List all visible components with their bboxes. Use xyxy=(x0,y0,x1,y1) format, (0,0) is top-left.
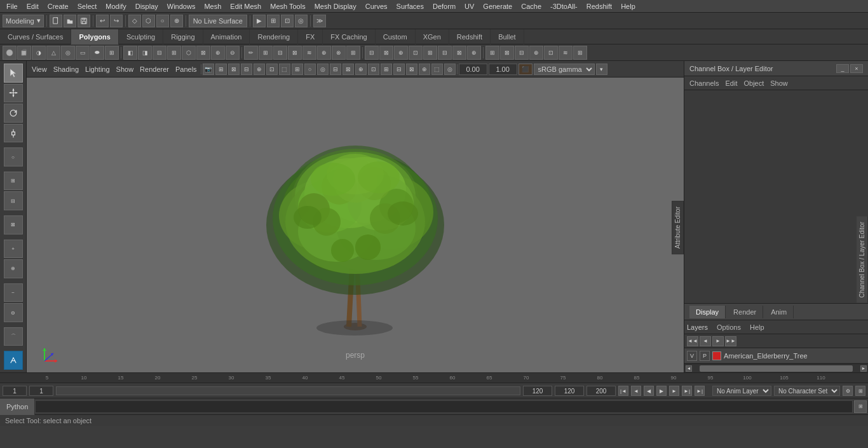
display-btn3[interactable]: ⊟ xyxy=(515,46,529,60)
sew-btn[interactable]: ⊕ xyxy=(467,46,481,60)
vp-b10[interactable]: ⊡ xyxy=(368,64,379,75)
menu-help[interactable]: Help xyxy=(617,1,639,11)
vp-show-menu[interactable]: Show xyxy=(114,63,137,76)
rotate-tool-btn[interactable] xyxy=(4,104,23,123)
menu-mesh-display[interactable]: Mesh Display xyxy=(311,1,360,11)
save-btn[interactable] xyxy=(78,15,90,27)
vp-b9[interactable]: ⊕ xyxy=(355,64,367,75)
menu-3dtall[interactable]: -3DtoAll- xyxy=(546,1,581,11)
soft-select-btn[interactable]: ○ xyxy=(4,147,23,166)
layer-forward-btn[interactable]: ►► xyxy=(725,336,736,346)
play-back-btn[interactable]: ◀ xyxy=(644,386,654,396)
layer-back-btn[interactable]: ◄◄ xyxy=(687,336,698,346)
layer-color-indicator[interactable] xyxy=(712,351,721,360)
cone-btn[interactable]: △ xyxy=(46,46,60,60)
pen-btn[interactable]: ✏ xyxy=(244,46,258,60)
plane-btn[interactable]: ▭ xyxy=(76,46,90,60)
display-btn1[interactable]: ⊞ xyxy=(485,46,499,60)
menu-windows[interactable]: Windows xyxy=(163,1,200,11)
layer-next-btn[interactable]: ► xyxy=(712,336,724,346)
paint-btn[interactable]: ○ xyxy=(156,15,169,27)
gamma-select[interactable]: sRGB gamma xyxy=(534,64,595,75)
snap-to-curve-btn[interactable]: ⊟ xyxy=(4,191,23,210)
append-btn[interactable]: ⊞ xyxy=(259,46,273,60)
cut-btn[interactable]: ⊠ xyxy=(288,46,302,60)
sphere-btn[interactable] xyxy=(3,46,17,60)
tab-rendering[interactable]: Rendering xyxy=(250,29,298,44)
scroll-thumb[interactable] xyxy=(700,365,853,372)
scroll-left-btn[interactable]: ◄ xyxy=(686,365,692,372)
target-weld-btn[interactable]: ⊗ xyxy=(332,46,346,60)
vp-b12[interactable]: ⊟ xyxy=(393,64,405,75)
scale-tool-btn[interactable] xyxy=(4,124,23,143)
python-tab[interactable]: Python xyxy=(0,398,35,415)
minus-btn[interactable]: − xyxy=(4,283,23,302)
select-btn[interactable]: ◇ xyxy=(128,15,141,27)
plus-btn[interactable]: + xyxy=(4,240,23,259)
connect-btn[interactable]: ⊕ xyxy=(317,46,331,60)
playback-end-input[interactable] xyxy=(587,386,616,396)
layer-v-btn[interactable]: V xyxy=(687,351,697,361)
plus2-btn[interactable]: ⊕ xyxy=(4,259,23,278)
vp-view-menu[interactable]: View xyxy=(29,63,50,76)
select-tool-btn[interactable] xyxy=(4,64,23,83)
snap-to-grid-btn[interactable]: ⊞ xyxy=(4,172,23,191)
ipr-btn[interactable]: ⊡ xyxy=(281,15,294,27)
layer-p-btn[interactable]: P xyxy=(700,351,710,361)
play-btn[interactable]: ▶ xyxy=(656,386,667,396)
vp-cam2-btn[interactable]: ⊞ xyxy=(215,64,227,75)
vp-lighting-menu[interactable]: Lighting xyxy=(83,63,112,76)
snap-btn[interactable]: ⊕ xyxy=(170,15,183,27)
tab-render[interactable]: Render xyxy=(727,306,763,318)
move-tool-btn[interactable] xyxy=(4,84,23,103)
menu-edit-mesh[interactable]: Edit Mesh xyxy=(226,1,265,11)
transform-btn[interactable]: ⊠ xyxy=(4,215,23,234)
end-frame-input[interactable] xyxy=(523,386,552,396)
tab-polygons[interactable]: Polygons xyxy=(71,29,119,44)
menu-edit[interactable]: Edit xyxy=(23,1,43,11)
disk-btn[interactable]: ⬬ xyxy=(90,46,104,60)
cut-uv-btn[interactable]: ⊠ xyxy=(452,46,466,60)
redo-btn[interactable]: ↪ xyxy=(110,15,123,27)
tab-xgen[interactable]: XGen xyxy=(416,29,449,44)
cube-btn[interactable] xyxy=(17,46,31,60)
channel-box-close[interactable]: × xyxy=(850,64,863,73)
vp-b15[interactable]: ⬚ xyxy=(431,64,443,75)
conform-btn[interactable]: ⊡ xyxy=(409,46,423,60)
layers-scrollbar[interactable]: ◄ ► xyxy=(684,363,868,372)
vp-color-btn[interactable]: ⬛ xyxy=(519,64,532,75)
tab-fx[interactable]: FX xyxy=(298,29,323,44)
render-btn[interactable]: ▶ xyxy=(253,15,266,27)
tab-anim[interactable]: Anim xyxy=(764,306,794,318)
more-btn[interactable]: ≫ xyxy=(313,15,326,27)
display-btn5[interactable]: ⊡ xyxy=(544,46,558,60)
menu-mesh-tools[interactable]: Mesh Tools xyxy=(266,1,309,11)
vp-b13[interactable]: ⊠ xyxy=(406,64,417,75)
tab-curves-surfaces[interactable]: Curves / Surfaces xyxy=(0,29,71,44)
scroll-right-btn[interactable]: ► xyxy=(860,365,867,372)
menu-modify[interactable]: Modify xyxy=(102,1,130,11)
playback-start-input[interactable] xyxy=(555,386,584,396)
unfold-btn[interactable]: ⊞ xyxy=(423,46,437,60)
vp-layout-btn[interactable]: ⊟ xyxy=(241,64,252,75)
next-frame-btn[interactable]: ► xyxy=(669,386,679,396)
cylinder-btn[interactable]: ◑ xyxy=(32,46,46,60)
script-editor-btn[interactable]: ⊞ xyxy=(854,400,867,413)
menu-curves[interactable]: Curves xyxy=(362,1,391,11)
lasso-btn[interactable]: ⬡ xyxy=(142,15,155,27)
current-frame-input[interactable] xyxy=(3,386,27,396)
scale-input[interactable] xyxy=(489,64,517,75)
live-surface-btn[interactable]: No Live Surface xyxy=(189,15,247,27)
special-mesh-btn[interactable]: ⊞ xyxy=(105,46,119,60)
vp-b2[interactable]: ⊡ xyxy=(266,64,278,75)
prev-key-btn[interactable]: |◄ xyxy=(618,386,628,396)
render-seq-btn[interactable]: ⊞ xyxy=(267,15,280,27)
combine-btn[interactable]: ⊕ xyxy=(211,46,225,60)
tab-bullet[interactable]: Bullet xyxy=(491,29,524,44)
workspace-dropdown[interactable]: Modeling ▾ xyxy=(3,15,44,27)
show-menu[interactable]: Show xyxy=(768,78,790,88)
menu-deform[interactable]: Deform xyxy=(429,1,459,11)
vp-renderer-menu[interactable]: Renderer xyxy=(137,63,172,76)
channels-menu[interactable]: Channels xyxy=(687,78,721,88)
display-btn2[interactable]: ⊠ xyxy=(500,46,514,60)
